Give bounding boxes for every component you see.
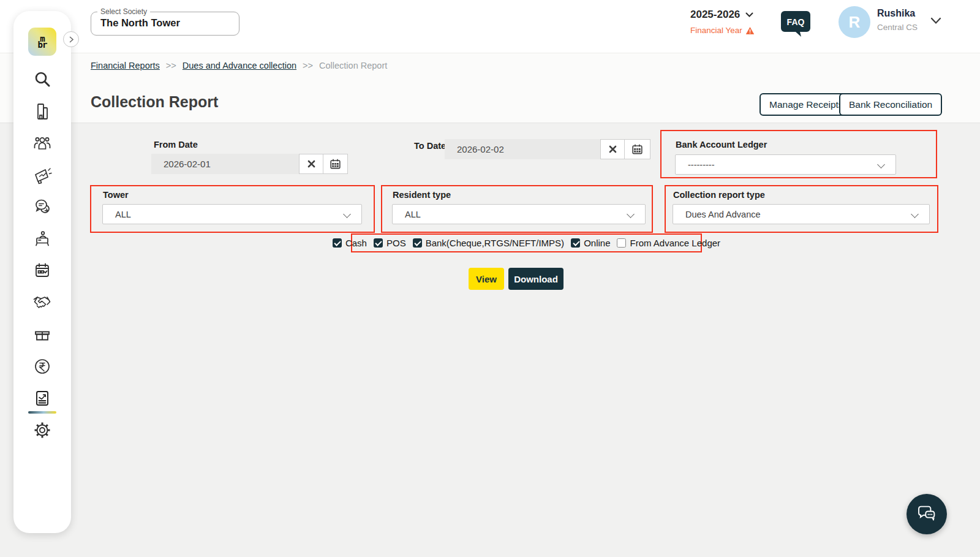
chat-icon xyxy=(32,197,52,217)
tower-select-value: ALL xyxy=(115,210,131,219)
user-menu-toggle[interactable] xyxy=(930,16,941,27)
breadcrumb-separator: >> xyxy=(166,61,176,70)
society-selector-label: Select Society xyxy=(97,7,150,16)
society-selector-value: The North Tower xyxy=(91,16,239,29)
chat-bubbles-icon xyxy=(916,504,938,525)
sidebar-item-payments[interactable] xyxy=(32,357,52,376)
resident-type-label: Resident type xyxy=(393,190,451,200)
checkbox-online[interactable]: Online xyxy=(571,238,610,248)
chevron-down-icon xyxy=(930,17,941,25)
checkbox-icon[interactable] xyxy=(617,238,626,248)
front-desk-icon xyxy=(32,229,52,249)
financial-year-block: 2025-2026 Financial Year xyxy=(690,9,764,35)
to-date-label: To Date xyxy=(414,141,446,151)
sidebar-item-residents[interactable] xyxy=(32,134,52,153)
sidebar-item-bookings[interactable] xyxy=(32,261,52,281)
financial-year-value: 2025-2026 xyxy=(690,9,740,21)
resident-type-select[interactable]: ALL xyxy=(392,204,646,224)
breadcrumb-dues-advance[interactable]: Dues and Advance collection xyxy=(183,61,296,70)
app-logo-icon[interactable]: m br xyxy=(28,28,56,56)
to-date-clear-button[interactable] xyxy=(600,139,625,159)
view-button[interactable]: View xyxy=(469,268,504,290)
sidebar-item-society[interactable] xyxy=(32,102,52,121)
checkbox-pos[interactable]: POS xyxy=(374,238,406,248)
user-role: Central CS xyxy=(877,23,918,32)
sidebar-item-inventory[interactable] xyxy=(32,325,52,344)
from-date-label: From Date xyxy=(154,140,198,150)
checkbox-icon[interactable] xyxy=(333,238,342,248)
clear-x-icon xyxy=(307,160,315,168)
sidebar-item-conversations[interactable] xyxy=(32,197,52,217)
calendar-icon xyxy=(330,159,341,169)
breadcrumb-financial-reports[interactable]: Financial Reports xyxy=(91,61,160,70)
handshake-icon xyxy=(32,293,52,313)
faq-icon: FAQ xyxy=(780,10,811,37)
tower-label: Tower xyxy=(103,190,129,200)
bank-reconciliation-button[interactable]: Bank Reconciliation xyxy=(839,93,942,116)
bank-ledger-label: Bank Account Ledger xyxy=(676,140,767,150)
user-block: Rushika Central CS xyxy=(877,8,918,32)
from-date-clear-button[interactable] xyxy=(299,154,323,174)
chevron-down-icon xyxy=(745,12,753,18)
sidebar: m br xyxy=(13,11,71,533)
user-name: Rushika xyxy=(877,8,918,19)
svg-text:FAQ: FAQ xyxy=(787,17,805,27)
breadcrumb-current: Collection Report xyxy=(319,61,387,70)
bank-ledger-select[interactable]: --------- xyxy=(675,154,896,175)
search-icon xyxy=(32,70,52,89)
checkbox-bank[interactable]: Bank(Cheque,RTGS/NEFT/IMPS) xyxy=(413,238,564,248)
reports-icon xyxy=(32,388,52,408)
financial-year-dropdown[interactable]: 2025-2026 xyxy=(690,9,764,21)
from-date-input[interactable]: 2026-02-01 xyxy=(151,154,299,174)
sidebar-item-settings[interactable] xyxy=(32,420,52,440)
breadcrumb: Financial Reports >> Dues and Advance co… xyxy=(91,61,387,70)
collection-report-type-select-value: Dues And Advance xyxy=(685,210,761,219)
bank-ledger-select-value: --------- xyxy=(688,160,714,170)
sidebar-item-announcements[interactable] xyxy=(32,165,52,185)
settings-gear-icon xyxy=(32,420,52,440)
avatar-initial: R xyxy=(849,13,861,32)
sidebar-item-vendors[interactable] xyxy=(32,293,52,313)
society-selector[interactable]: Select Society The North Tower xyxy=(91,7,239,36)
top-header: Select Society The North Tower 2025-2026… xyxy=(0,0,980,53)
support-chat-button[interactable] xyxy=(907,494,947,534)
financial-year-label: Financial Year xyxy=(690,26,764,35)
user-avatar[interactable]: R xyxy=(839,6,870,38)
from-date-group: 2026-02-01 xyxy=(151,154,348,174)
app-root: Select Society The North Tower 2025-2026… xyxy=(0,0,980,557)
warning-icon xyxy=(745,26,755,35)
calendar-icon xyxy=(632,144,643,154)
inventory-box-icon xyxy=(32,325,52,344)
collection-report-type-label: Collection report type xyxy=(673,190,765,200)
to-date-input[interactable]: 2026-02-02 xyxy=(445,139,600,159)
sidebar-item-reports[interactable] xyxy=(32,388,52,408)
faq-button[interactable]: FAQ xyxy=(780,10,811,37)
sidebar-item-search[interactable] xyxy=(32,70,52,89)
resident-type-select-value: ALL xyxy=(405,210,421,219)
announcement-icon xyxy=(32,165,52,185)
rupee-payments-icon xyxy=(32,357,52,376)
checkbox-icon[interactable] xyxy=(374,238,383,248)
clear-x-icon xyxy=(609,145,617,153)
to-date-group: 2026-02-02 xyxy=(445,139,650,159)
residents-icon xyxy=(32,134,52,153)
building-icon xyxy=(32,102,52,121)
collection-report-type-select[interactable]: Dues And Advance xyxy=(673,204,930,224)
checkbox-cash[interactable]: Cash xyxy=(333,238,367,248)
checkbox-from-advance-ledger[interactable]: From Advance Ledger xyxy=(617,238,720,248)
page-title: Collection Report xyxy=(91,93,218,111)
sidebar-expand-button[interactable] xyxy=(63,31,79,47)
payment-modes-row: Cash POS Bank(Cheque,RTGS/NEFT/IMPS) Onl… xyxy=(351,233,702,252)
checkbox-icon[interactable] xyxy=(413,238,422,248)
tower-select[interactable]: ALL xyxy=(102,204,362,224)
checkbox-icon[interactable] xyxy=(571,238,580,248)
to-date-calendar-button[interactable] xyxy=(625,139,650,159)
from-date-calendar-button[interactable] xyxy=(323,154,348,174)
download-button[interactable]: Download xyxy=(508,268,564,290)
chevron-right-icon xyxy=(68,36,75,43)
sidebar-item-front-desk[interactable] xyxy=(32,229,52,249)
calendar-bookings-icon xyxy=(32,261,52,281)
breadcrumb-separator: >> xyxy=(303,61,313,70)
